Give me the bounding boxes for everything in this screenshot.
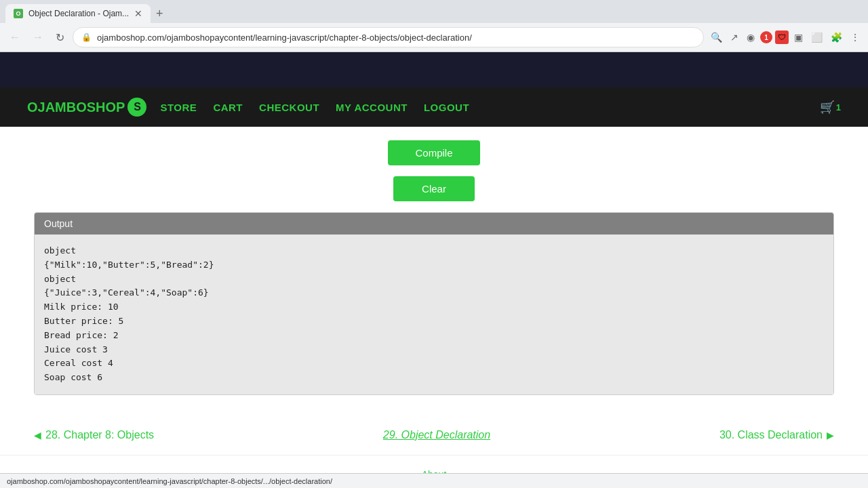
output-header: Output (35, 213, 833, 235)
logo-s: S (127, 98, 146, 117)
output-section: Output object {"Milk":10,"Butter":5,"Bre… (34, 212, 834, 395)
cart-basket-icon: 🛒 (820, 100, 835, 115)
active-tab[interactable]: O Object Declaration - Ojam... ✕ (5, 4, 151, 23)
extensions-area: 1 🛡 (760, 30, 789, 44)
prev-page-label: 28. Chapter 8: Objects (45, 429, 154, 441)
current-page-label: 29. Object Declaration (383, 429, 490, 441)
nav-actions: 🔍 ↗ ◉ 1 🛡 ▣ ⬜ 🧩 ⋮ (708, 29, 863, 45)
nav-link-cart[interactable]: CART (213, 102, 243, 113)
nav-links: STORE CART CHECKOUT MY ACCOUNT LOGOUT (160, 102, 819, 113)
prev-page-link[interactable]: 28. Chapter 8: Objects (34, 429, 154, 441)
search-icon-btn[interactable]: 🔍 (708, 29, 725, 45)
tab-close-btn[interactable]: ✕ (134, 8, 142, 19)
compile-button[interactable]: Compile (388, 140, 479, 165)
status-bar: ojamboshop.com/ojamboshopaycontent/learn… (0, 473, 868, 488)
tab-title: Object Declaration - Ojam... (28, 9, 129, 18)
nav-item-my-account[interactable]: MY ACCOUNT (336, 102, 408, 113)
nav-item-store[interactable]: STORE (160, 102, 197, 113)
output-line-10: Soap cost 6 (44, 371, 824, 385)
refresh-btn[interactable]: ↻ (52, 28, 68, 47)
output-line-9: Cereal cost 4 (44, 357, 824, 371)
nav-item-checkout[interactable]: CHECKOUT (259, 102, 319, 113)
site-nav: OJAMBOSHOP S STORE CART CHECKOUT MY ACCO… (0, 87, 868, 127)
status-url: ojamboshop.com/ojamboshopaycontent/learn… (7, 477, 332, 485)
nav-link-my-account[interactable]: MY ACCOUNT (336, 102, 408, 113)
address-text: ojamboshop.com/ojamboshopaycontent/learn… (97, 33, 695, 43)
page-nav: 28. Chapter 8: Objects 29. Object Declar… (0, 415, 868, 455)
prev-arrow-icon (34, 429, 41, 441)
site-logo[interactable]: OJAMBOSHOP S (27, 98, 146, 117)
tab-favicon: O (14, 9, 23, 18)
output-line-2: {"Milk":10,"Butter":5,"Bread":2} (44, 258, 824, 272)
cart-nav-icon[interactable]: 🛒 1 (820, 100, 841, 115)
next-page-link[interactable]: 30. Class Declaration (719, 429, 834, 441)
output-line-6: Butter price: 5 (44, 314, 824, 329)
browser-menu-btn[interactable]: ⋮ (848, 29, 863, 45)
top-dark-band (0, 52, 868, 87)
output-line-3: object (44, 272, 824, 287)
ext-icon-shield[interactable]: 🛡 (775, 30, 789, 44)
address-bar[interactable]: 🔒 ojamboshop.com/ojamboshopaycontent/lea… (73, 27, 704, 47)
new-tab-btn[interactable]: + (153, 7, 166, 21)
nav-item-cart[interactable]: CART (213, 102, 243, 113)
tab-bar: O Object Declaration - Ojam... ✕ + (0, 0, 868, 23)
rss-icon-btn[interactable]: ◉ (744, 29, 757, 45)
nav-link-logout[interactable]: LOGOUT (424, 102, 469, 113)
clear-button[interactable]: Clear (393, 176, 475, 201)
main-content: Compile Clear Output object {"Milk":10,"… (0, 127, 868, 415)
sidebar-toggle-btn[interactable]: ▣ (791, 29, 806, 45)
lock-icon: 🔒 (81, 33, 92, 42)
logo-text: OJAMBOSHOP (27, 100, 125, 115)
nav-link-store[interactable]: STORE (160, 102, 197, 113)
output-line-5: Milk price: 10 (44, 300, 824, 314)
next-arrow-icon (827, 429, 834, 441)
output-line-8: Juice cost 3 (44, 343, 824, 357)
nav-bar: ← → ↻ 🔒 ojamboshop.com/ojamboshopayconte… (0, 23, 868, 52)
screenshot-btn[interactable]: ⬜ (808, 29, 825, 45)
output-body: object {"Milk":10,"Butter":5,"Bread":2} … (35, 235, 833, 394)
forward-btn[interactable]: → (28, 28, 47, 46)
output-line-1: object (44, 244, 824, 258)
back-btn[interactable]: ← (5, 28, 24, 46)
page-content: OJAMBOSHOP S STORE CART CHECKOUT MY ACCO… (0, 52, 868, 488)
share-icon-btn[interactable]: ↗ (728, 29, 741, 45)
browser-chrome: O Object Declaration - Ojam... ✕ + ← → ↻… (0, 0, 868, 52)
output-line-7: Bread price: 2 (44, 329, 824, 343)
nav-item-logout[interactable]: LOGOUT (424, 102, 469, 113)
next-page-label: 30. Class Declaration (719, 429, 823, 441)
ext-badge-1: 1 (760, 31, 772, 43)
nav-link-checkout[interactable]: CHECKOUT (259, 102, 319, 113)
cart-count: 1 (836, 102, 841, 113)
extensions-btn[interactable]: 🧩 (828, 29, 845, 45)
output-line-4: {"Juice":3,"Cereal":4,"Soap":6} (44, 286, 824, 300)
